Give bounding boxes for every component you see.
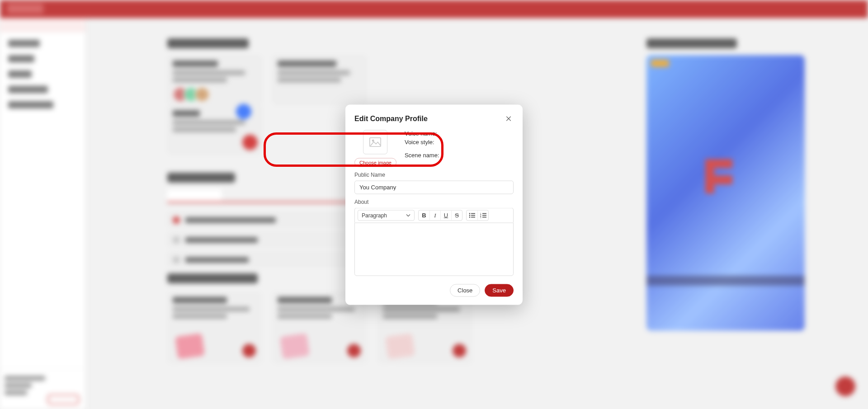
about-editor[interactable] [354, 222, 514, 276]
svg-rect-5 [471, 215, 475, 216]
svg-point-2 [469, 213, 471, 214]
numbered-list-icon: 1 2 3 [480, 212, 486, 218]
bold-button[interactable]: B [419, 210, 429, 220]
modal-title: Edit Company Profile [354, 114, 428, 122]
choose-image-button[interactable]: Choose image [354, 158, 396, 167]
close-button[interactable]: Close [450, 284, 480, 296]
scene-name-label: Scene name: [405, 151, 514, 158]
paragraph-style-label: Paragraph [362, 212, 387, 218]
rich-text-toolbar: Paragraph B I U S 1 2 3 [354, 207, 514, 222]
svg-point-4 [469, 215, 471, 216]
about-label: About [354, 198, 514, 205]
bullet-list-icon [469, 212, 475, 218]
voice-name-label: Voice name: [405, 130, 514, 136]
image-icon [369, 137, 381, 147]
edit-company-profile-modal: Edit Company Profile Choose image Voice … [345, 104, 523, 305]
svg-rect-7 [471, 216, 475, 217]
italic-button[interactable]: I [429, 210, 440, 220]
profile-image-placeholder [363, 130, 387, 154]
paragraph-style-select[interactable]: Paragraph [358, 210, 415, 221]
svg-rect-3 [471, 213, 475, 214]
svg-text:3: 3 [480, 216, 481, 218]
bullet-list-button[interactable] [467, 210, 477, 220]
voice-style-label: Voice style: [405, 138, 514, 145]
strikethrough-button[interactable]: S [451, 210, 462, 220]
public-name-input[interactable] [354, 180, 514, 194]
underline-button[interactable]: U [440, 210, 451, 220]
svg-rect-9 [482, 213, 486, 214]
svg-rect-13 [482, 216, 486, 217]
numbered-list-button[interactable]: 1 2 3 [477, 210, 488, 220]
save-button[interactable]: Save [485, 284, 514, 296]
public-name-label: Public Name [354, 171, 514, 178]
chevron-down-icon [406, 214, 410, 216]
svg-point-6 [469, 216, 471, 218]
svg-rect-11 [482, 215, 486, 216]
close-icon[interactable] [504, 113, 514, 123]
